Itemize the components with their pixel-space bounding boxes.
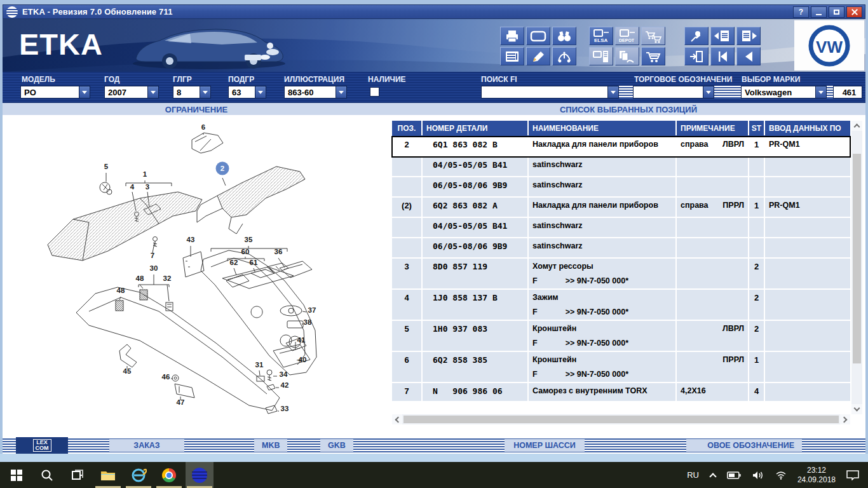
diagram-callout-42[interactable]: 42	[281, 381, 289, 389]
illustration-select[interactable]: 863-60	[284, 86, 347, 98]
mkb-button[interactable]: MKB	[254, 439, 287, 452]
window-titlebar[interactable]: ETKA - Ревизия 7.0 Обновление 711 ?	[3, 4, 865, 19]
diagram-callout-3[interactable]: 3	[146, 183, 149, 191]
diagram-callout-5[interactable]: 5	[104, 163, 109, 170]
shopping-cart-button[interactable]	[641, 47, 665, 65]
diagram-callout-36[interactable]: 36	[275, 248, 283, 255]
column-header-data-entry[interactable]: ВВОД ДАННЫХ ПО	[765, 121, 850, 135]
battery-indicator[interactable]	[727, 471, 741, 479]
column-header-part-number[interactable]: НОМЕР ДЕТАЛИ	[423, 121, 527, 135]
diagram-callout-32[interactable]: 32	[163, 274, 172, 282]
diagram-callout-34[interactable]: 34	[280, 370, 288, 378]
dropdown-arrow-icon[interactable]	[79, 86, 90, 98]
parts-diagram[interactable]: 6514327433560366261304832483738414031344…	[13, 121, 381, 432]
diagram-callout-37[interactable]: 37	[308, 306, 316, 314]
diagram-callout-48[interactable]: 48	[136, 274, 144, 282]
column-header-note[interactable]: ПРИМЕЧАНИЕ	[677, 121, 748, 135]
taskbar-search-button[interactable]	[33, 462, 61, 488]
year-select[interactable]: 2007	[104, 86, 159, 98]
main-group-select[interactable]: 8	[173, 86, 211, 98]
table-row[interactable]: 38D0 857 119Хомут рессорыF>> 9N-7-050 00…	[392, 259, 850, 290]
diagram-callout-38[interactable]: 38	[304, 318, 312, 326]
search-fi-select[interactable]	[481, 86, 619, 98]
zoom-frame-button[interactable]	[526, 27, 550, 45]
task-view-button[interactable]	[64, 462, 92, 488]
column-header-pos[interactable]: ПОЗ.	[392, 121, 421, 135]
availability-checkbox[interactable]	[370, 87, 379, 97]
chassis-number-button[interactable]: НОМЕР ШАССИ	[505, 439, 585, 452]
diagram-callout-40[interactable]: 40	[299, 356, 307, 363]
diagram-callout-33[interactable]: 33	[281, 405, 289, 412]
print-button[interactable]	[500, 27, 524, 45]
monitor-list-button[interactable]	[589, 47, 613, 65]
diagram-callout-48[interactable]: 48	[117, 287, 125, 294]
etka-taskbar-button[interactable]	[186, 462, 214, 488]
diagram-callout-31[interactable]: 31	[255, 361, 264, 369]
previous-illustration-button[interactable]	[710, 27, 735, 45]
edit-button[interactable]	[526, 47, 550, 65]
table-horizontal-scrollbar[interactable]	[392, 414, 850, 424]
chrome-button[interactable]	[155, 462, 183, 488]
trade-name-select[interactable]	[633, 86, 714, 98]
dropdown-arrow-icon[interactable]	[607, 86, 618, 98]
diagram-callout-47[interactable]: 47	[177, 398, 185, 406]
pin-button[interactable]	[684, 27, 709, 45]
diagram-callout-43[interactable]: 43	[187, 236, 195, 243]
table-row[interactable]: 26Q1 863 082 BНакладка для панели прибор…	[392, 137, 850, 157]
new-designation-button[interactable]: ОВОЕ ОБОЗНАЧЕНИЕ	[686, 439, 802, 452]
brand-select[interactable]: Volkswagen	[741, 86, 827, 98]
order-lists-button[interactable]	[641, 27, 665, 45]
table-row[interactable]: (2)6Q2 863 082 AНакладка для панели приб…	[392, 198, 850, 218]
sub-group-select[interactable]: 63	[228, 86, 266, 98]
diagram-callout-7[interactable]: 7	[151, 252, 154, 259]
wifi-indicator[interactable]	[775, 471, 787, 480]
table-row[interactable]: 51H0 937 083КронштейнF>> 9N-7-050 000*ЛВ…	[392, 321, 850, 352]
dropdown-arrow-icon[interactable]	[336, 86, 346, 98]
start-button[interactable]	[3, 462, 31, 488]
scroll-down-button[interactable]	[851, 404, 862, 414]
next-illustration-button[interactable]	[736, 27, 761, 45]
first-illustration-button[interactable]	[710, 47, 735, 65]
scroll-up-button[interactable]	[851, 121, 862, 131]
dropdown-arrow-icon[interactable]	[703, 86, 714, 98]
horizontal-scroll-thumb[interactable]	[403, 416, 839, 423]
close-button[interactable]	[846, 6, 862, 18]
table-row[interactable]: 04/05-05/05 B41satinschwarz	[392, 218, 850, 238]
file-explorer-button[interactable]	[94, 462, 122, 488]
dropdown-arrow-icon[interactable]	[255, 86, 266, 98]
table-vertical-scrollbar[interactable]	[851, 121, 862, 414]
diagram-callout-6[interactable]: 6	[201, 123, 205, 131]
parts-list-button[interactable]	[500, 47, 524, 65]
language-indicator[interactable]: RU	[687, 470, 699, 480]
column-header-st[interactable]: ST	[749, 121, 764, 135]
diagram-callout-2[interactable]: 2	[220, 165, 224, 172]
table-row[interactable]: 7N 906 986 06Саморез с внутренним TORXF>…	[392, 383, 850, 402]
diagram-callout-30[interactable]: 30	[150, 264, 158, 272]
diagram-callout-35[interactable]: 35	[245, 236, 253, 243]
table-row[interactable]: 06/05-08/06 9B9satinschwarz	[392, 238, 850, 259]
volume-indicator[interactable]	[752, 471, 764, 480]
exit-button[interactable]	[684, 47, 709, 65]
search-parts-button[interactable]	[552, 27, 576, 45]
minimize-button[interactable]	[811, 6, 827, 18]
table-row[interactable]: 41J0 858 137 BЗажимF>> 9N-7-050 000*2	[392, 290, 850, 321]
order-button[interactable]: ЗАКАЗ	[109, 439, 184, 452]
maximize-button[interactable]	[829, 6, 844, 18]
diagram-callout-45[interactable]: 45	[123, 367, 132, 375]
back-button[interactable]	[736, 47, 761, 65]
table-row[interactable]: 06/05-08/06 9B9satinschwarz	[392, 177, 850, 198]
diagram-callout-4[interactable]: 4	[130, 183, 135, 191]
diagram-callout-61[interactable]: 61	[250, 259, 258, 266]
help-button[interactable]: ?	[793, 6, 809, 18]
depot-button[interactable]: DEPOT	[615, 27, 639, 45]
diagram-callout-60[interactable]: 60	[241, 248, 250, 255]
model-select[interactable]: PO	[20, 86, 90, 98]
dropdown-arrow-icon[interactable]	[200, 86, 210, 98]
diagram-callout-62[interactable]: 62	[230, 259, 238, 266]
internet-explorer-button[interactable]	[125, 462, 153, 488]
action-center-button[interactable]	[846, 470, 859, 480]
gkb-button[interactable]: GKB	[320, 439, 353, 452]
scroll-right-button[interactable]	[840, 414, 850, 424]
diagram-callout-46[interactable]: 46	[162, 373, 170, 381]
vertical-scroll-thumb[interactable]	[853, 154, 861, 363]
